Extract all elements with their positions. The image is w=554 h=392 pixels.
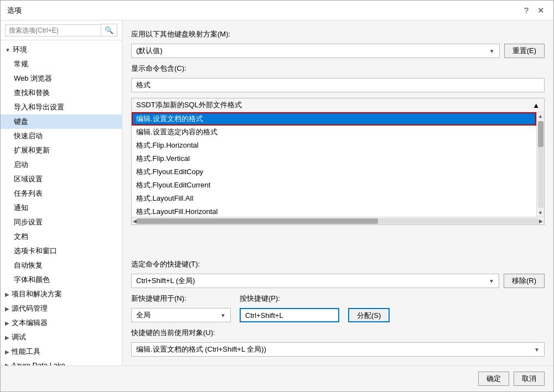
tree-item-tasklist[interactable]: 任务列表 bbox=[1, 186, 122, 201]
apply-combo[interactable]: (默认值) ▼ bbox=[131, 44, 500, 58]
show-label: 显示命令包含(C): bbox=[131, 64, 545, 74]
list-header-arrow: ▲ bbox=[532, 101, 540, 109]
tree-item-startup[interactable]: 启动 bbox=[1, 158, 122, 172]
tree-item-import[interactable]: 导入和导出设置 bbox=[1, 100, 122, 114]
right-panel: 应用以下其他键盘映射方案(M): (默认值) ▼ 重置(E) 显示命令包含(C)… bbox=[122, 20, 553, 365]
apply-label: 应用以下其他键盘映射方案(M): bbox=[131, 29, 545, 39]
tree-item-keyboard[interactable]: 键盘 bbox=[1, 114, 122, 129]
new-shortcut-section: 新快捷键用于(N): 全局 ▼ 按快捷键(P): 分配(S) bbox=[131, 294, 545, 322]
title-bar: 选项 ? ✕ bbox=[1, 1, 553, 20]
env-label: 环境 bbox=[13, 45, 27, 55]
tree-section-environment[interactable]: ▼ 环境 bbox=[1, 43, 122, 57]
tree-item-docs[interactable]: 文档 bbox=[1, 229, 122, 244]
remove-button[interactable]: 移除(R) bbox=[504, 274, 545, 288]
close-button[interactable]: ✕ bbox=[535, 6, 547, 15]
list-scroll-area: 编辑.设置文档的格式 编辑.设置选定内容的格式 格式.Flip.Horizont… bbox=[132, 112, 544, 217]
list-item-7[interactable]: 格式.LayoutFill.Horizontal bbox=[132, 205, 536, 217]
search-input[interactable] bbox=[5, 24, 101, 36]
selected-shortcut-section: 选定命令的快捷键(T): Ctrl+Shift+L (全局) ▼ 移除(R) bbox=[131, 259, 545, 288]
apply-combo-arrow: ▼ bbox=[489, 48, 495, 54]
apply-section: 应用以下其他键盘映射方案(M): (默认值) ▼ 重置(E) bbox=[131, 29, 545, 58]
projects-toggle-icon: ▶ bbox=[5, 291, 9, 297]
current-use-arrow: ▼ bbox=[534, 347, 540, 353]
tree-item-tabs[interactable]: 选项卡和窗口 bbox=[1, 244, 122, 258]
selected-shortcut-combo[interactable]: Ctrl+Shift+L (全局) ▼ bbox=[131, 274, 499, 288]
selected-shortcut-label: 选定命令的快捷键(T): bbox=[131, 259, 545, 269]
tree-item-web[interactable]: Web 浏览器 bbox=[1, 71, 122, 86]
tree-item-texteditor[interactable]: ▶ 文本编辑器 bbox=[1, 316, 122, 330]
help-button[interactable]: ? bbox=[522, 6, 531, 15]
source-toggle-icon: ▶ bbox=[5, 306, 9, 312]
tree-item-projects[interactable]: ▶ 项目和解决方案 bbox=[1, 287, 122, 301]
perf-label: 性能工具 bbox=[12, 347, 40, 357]
assign-button[interactable]: 分配(S) bbox=[348, 308, 390, 322]
press-shortcut-group: 按快捷键(P): bbox=[240, 294, 339, 322]
list-vscroll[interactable]: ▲ ▼ bbox=[536, 112, 544, 217]
cancel-button[interactable]: 取消 bbox=[514, 372, 545, 386]
shortcut-input[interactable] bbox=[240, 308, 339, 322]
tree-item-notify[interactable]: 通知 bbox=[1, 201, 122, 215]
new-shortcut-row: 新快捷键用于(N): 全局 ▼ 按快捷键(P): 分配(S) bbox=[131, 294, 545, 322]
env-toggle-icon: ▼ bbox=[5, 47, 11, 53]
vscroll-thumb bbox=[538, 121, 543, 147]
list-item-4[interactable]: 格式.Flyout.EditCopy bbox=[132, 165, 536, 179]
show-section: 显示命令包含(C): bbox=[131, 64, 545, 92]
tree-item-sync[interactable]: 同步设置 bbox=[1, 215, 122, 229]
search-box: 🔍 bbox=[1, 20, 122, 40]
list-item-2[interactable]: 格式.Flip.Horizontal bbox=[132, 139, 536, 152]
hscroll-track bbox=[137, 218, 539, 224]
list-item-3[interactable]: 格式.Flip.Vertical bbox=[132, 152, 536, 165]
current-use-combo[interactable]: 编辑.设置文档的格式 (Ctrl+Shift+L 全局)) ▼ bbox=[131, 342, 545, 357]
search-icon-button[interactable]: 🔍 bbox=[101, 24, 117, 36]
debug-label: 调试 bbox=[12, 332, 26, 342]
selected-shortcut-row: Ctrl+Shift+L (全局) ▼ 移除(R) bbox=[131, 274, 545, 288]
left-panel: 🔍 ▼ 环境 常规 Web 浏览器 查找和替换 导入和导出设置 键盘 快速启动 … bbox=[1, 20, 122, 365]
reset-button[interactable]: 重置(E) bbox=[504, 44, 545, 58]
ok-button[interactable]: 确定 bbox=[478, 372, 509, 386]
azure-label: Azure Data Lake bbox=[12, 361, 65, 365]
list-item-6[interactable]: 格式.LayoutFill.All bbox=[132, 192, 536, 205]
command-list-section: SSDT添加新的SQL外部文件格式 ▲ 编辑.设置文档的格式 编辑.设置选定内容… bbox=[131, 98, 545, 254]
tree-item-debug[interactable]: ▶ 调试 bbox=[1, 330, 122, 344]
list-item-1[interactable]: 编辑.设置选定内容的格式 bbox=[132, 126, 536, 139]
list-header[interactable]: SSDT添加新的SQL外部文件格式 ▲ bbox=[132, 98, 544, 112]
options-dialog: 选项 ? ✕ 🔍 ▼ 环境 常规 Web 浏览器 查找和替换 bbox=[0, 0, 554, 392]
show-input[interactable] bbox=[131, 78, 545, 92]
tree-item-fonts[interactable]: 字体和颜色 bbox=[1, 273, 122, 287]
source-label: 源代码管理 bbox=[12, 304, 48, 313]
list-hscroll[interactable]: ◀ ▶ bbox=[132, 217, 544, 224]
list-item-5[interactable]: 格式.Flyout.EditCurrent bbox=[132, 179, 536, 192]
debug-toggle-icon: ▶ bbox=[5, 334, 9, 341]
tree-item-quicklaunch[interactable]: 快速启动 bbox=[1, 129, 122, 143]
title-controls: ? ✕ bbox=[522, 6, 547, 15]
tree-item-extensions[interactable]: 扩展和更新 bbox=[1, 143, 122, 158]
tree-item-perf[interactable]: ▶ 性能工具 bbox=[1, 344, 122, 359]
current-use-section: 快捷键的当前使用对象(U): 编辑.设置文档的格式 (Ctrl+Shift+L … bbox=[131, 328, 545, 357]
tree-item-source[interactable]: ▶ 源代码管理 bbox=[1, 301, 122, 316]
vscroll-up[interactable]: ▲ bbox=[537, 112, 544, 120]
tree-item-常规[interactable]: 常规 bbox=[1, 57, 122, 71]
hscroll-right[interactable]: ▶ bbox=[539, 218, 543, 224]
apply-row: (默认值) ▼ 重置(E) bbox=[131, 44, 545, 58]
tree-item-region[interactable]: 区域设置 bbox=[1, 172, 122, 186]
env-items: 常规 Web 浏览器 查找和替换 导入和导出设置 键盘 快速启动 扩展和更新 启… bbox=[1, 57, 122, 287]
selected-shortcut-arrow: ▼ bbox=[489, 278, 494, 284]
scope-arrow: ▼ bbox=[220, 312, 226, 318]
vscroll-down[interactable]: ▼ bbox=[537, 209, 544, 217]
list-items-container: 编辑.设置文档的格式 编辑.设置选定内容的格式 格式.Flip.Horizont… bbox=[132, 112, 536, 217]
hscroll-thumb bbox=[137, 218, 378, 224]
hscroll-left[interactable]: ◀ bbox=[133, 218, 137, 224]
new-shortcut-label: 新快捷键用于(N): bbox=[131, 294, 231, 304]
command-list-wrapper: SSDT添加新的SQL外部文件格式 ▲ 编辑.设置文档的格式 编辑.设置选定内容… bbox=[131, 98, 545, 225]
tree-item-find[interactable]: 查找和替换 bbox=[1, 86, 122, 100]
vscroll-track bbox=[538, 121, 543, 208]
list-item-0[interactable]: 编辑.设置文档的格式 bbox=[132, 112, 536, 126]
dialog-body: 🔍 ▼ 环境 常规 Web 浏览器 查找和替换 导入和导出设置 键盘 快速启动 … bbox=[1, 20, 553, 365]
new-shortcut-scope-group: 新快捷键用于(N): 全局 ▼ bbox=[131, 294, 231, 322]
perf-toggle-icon: ▶ bbox=[5, 349, 9, 355]
scope-value: 全局 bbox=[136, 310, 151, 320]
tree-item-autorecover[interactable]: 自动恢复 bbox=[1, 258, 122, 273]
dialog-footer: 确定 取消 bbox=[1, 365, 553, 391]
tree-item-azure[interactable]: ▶ Azure Data Lake bbox=[1, 359, 122, 365]
new-shortcut-scope-combo[interactable]: 全局 ▼ bbox=[131, 308, 231, 322]
